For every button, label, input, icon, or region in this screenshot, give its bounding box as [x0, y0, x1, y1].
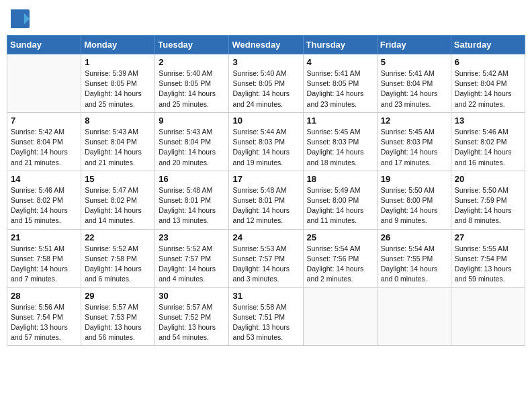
calendar-week-4: 21Sunrise: 5:51 AM Sunset: 7:58 PM Dayli… — [7, 229, 525, 287]
calendar-cell: 4Sunrise: 5:41 AM Sunset: 8:05 PM Daylig… — [303, 54, 377, 113]
calendar-cell: 26Sunrise: 5:54 AM Sunset: 7:55 PM Dayli… — [377, 229, 451, 287]
day-number: 10 — [232, 116, 299, 126]
calendar-cell — [7, 54, 81, 113]
day-number: 24 — [232, 232, 299, 242]
calendar-cell: 1Sunrise: 5:39 AM Sunset: 8:05 PM Daylig… — [81, 54, 155, 113]
day-info: Sunrise: 5:49 AM Sunset: 8:00 PM Dayligh… — [307, 185, 373, 226]
calendar-cell: 31Sunrise: 5:58 AM Sunset: 7:51 PM Dayli… — [229, 287, 303, 346]
day-number: 16 — [159, 174, 225, 184]
day-number: 5 — [381, 57, 447, 67]
calendar-cell: 16Sunrise: 5:48 AM Sunset: 8:01 PM Dayli… — [155, 171, 229, 229]
calendar-cell: 24Sunrise: 5:53 AM Sunset: 7:57 PM Dayli… — [229, 229, 303, 287]
calendar-cell — [303, 287, 377, 346]
day-number: 1 — [85, 57, 151, 67]
day-number: 23 — [159, 232, 225, 242]
calendar-cell: 3Sunrise: 5:40 AM Sunset: 8:05 PM Daylig… — [229, 54, 303, 113]
day-info: Sunrise: 5:57 AM Sunset: 7:52 PM Dayligh… — [159, 302, 225, 343]
day-number: 30 — [159, 291, 225, 301]
calendar-cell: 11Sunrise: 5:45 AM Sunset: 8:03 PM Dayli… — [303, 112, 377, 171]
day-number: 26 — [381, 232, 447, 242]
calendar-cell: 13Sunrise: 5:46 AM Sunset: 8:02 PM Dayli… — [451, 112, 525, 171]
calendar-cell: 23Sunrise: 5:52 AM Sunset: 7:57 PM Dayli… — [155, 229, 229, 287]
day-number: 20 — [455, 174, 521, 184]
calendar-cell — [377, 287, 451, 346]
day-info: Sunrise: 5:42 AM Sunset: 8:04 PM Dayligh… — [455, 68, 521, 109]
calendar-cell: 22Sunrise: 5:52 AM Sunset: 7:58 PM Dayli… — [81, 229, 155, 287]
calendar-cell: 19Sunrise: 5:50 AM Sunset: 8:00 PM Dayli… — [377, 171, 451, 229]
weekday-header-saturday: Saturday — [451, 36, 525, 54]
day-info: Sunrise: 5:41 AM Sunset: 8:04 PM Dayligh… — [381, 68, 447, 109]
svg-rect-2 — [11, 9, 24, 28]
day-number: 9 — [159, 116, 225, 126]
calendar-cell: 9Sunrise: 5:43 AM Sunset: 8:04 PM Daylig… — [155, 112, 229, 171]
day-info: Sunrise: 5:58 AM Sunset: 7:51 PM Dayligh… — [232, 302, 299, 343]
day-info: Sunrise: 5:39 AM Sunset: 8:05 PM Dayligh… — [85, 68, 151, 109]
calendar-week-1: 1Sunrise: 5:39 AM Sunset: 8:05 PM Daylig… — [7, 54, 525, 113]
day-info: Sunrise: 5:40 AM Sunset: 8:05 PM Dayligh… — [232, 68, 299, 109]
day-info: Sunrise: 5:40 AM Sunset: 8:05 PM Dayligh… — [159, 68, 225, 109]
day-number: 29 — [85, 291, 151, 301]
day-info: Sunrise: 5:50 AM Sunset: 8:00 PM Dayligh… — [381, 185, 447, 226]
day-number: 13 — [455, 116, 521, 126]
calendar-cell — [451, 287, 525, 346]
day-number: 2 — [159, 57, 225, 67]
day-info: Sunrise: 5:52 AM Sunset: 7:58 PM Dayligh… — [85, 244, 151, 285]
day-info: Sunrise: 5:53 AM Sunset: 7:57 PM Dayligh… — [232, 244, 299, 285]
logo — [11, 9, 32, 28]
calendar-cell: 28Sunrise: 5:56 AM Sunset: 7:54 PM Dayli… — [7, 287, 81, 346]
day-info: Sunrise: 5:50 AM Sunset: 7:59 PM Dayligh… — [455, 185, 521, 226]
day-number: 4 — [307, 57, 373, 67]
day-number: 18 — [307, 174, 373, 184]
day-info: Sunrise: 5:47 AM Sunset: 8:02 PM Dayligh… — [85, 185, 151, 226]
weekday-header-row: SundayMondayTuesdayWednesdayThursdayFrid… — [7, 36, 525, 54]
day-info: Sunrise: 5:51 AM Sunset: 7:58 PM Dayligh… — [11, 244, 77, 285]
calendar-cell: 29Sunrise: 5:57 AM Sunset: 7:53 PM Dayli… — [81, 287, 155, 346]
calendar-cell: 6Sunrise: 5:42 AM Sunset: 8:04 PM Daylig… — [451, 54, 525, 113]
calendar-cell: 8Sunrise: 5:43 AM Sunset: 8:04 PM Daylig… — [81, 112, 155, 171]
day-number: 14 — [11, 174, 77, 184]
calendar-cell: 21Sunrise: 5:51 AM Sunset: 7:58 PM Dayli… — [7, 229, 81, 287]
day-number: 6 — [455, 57, 521, 67]
day-number: 22 — [85, 232, 151, 242]
calendar-cell: 20Sunrise: 5:50 AM Sunset: 7:59 PM Dayli… — [451, 171, 525, 229]
calendar-cell: 25Sunrise: 5:54 AM Sunset: 7:56 PM Dayli… — [303, 229, 377, 287]
weekday-header-tuesday: Tuesday — [155, 36, 229, 54]
day-info: Sunrise: 5:46 AM Sunset: 8:02 PM Dayligh… — [455, 127, 521, 168]
calendar-cell: 5Sunrise: 5:41 AM Sunset: 8:04 PM Daylig… — [377, 54, 451, 113]
calendar-cell: 18Sunrise: 5:49 AM Sunset: 8:00 PM Dayli… — [303, 171, 377, 229]
day-info: Sunrise: 5:45 AM Sunset: 8:03 PM Dayligh… — [381, 127, 447, 168]
day-info: Sunrise: 5:41 AM Sunset: 8:05 PM Dayligh… — [307, 68, 373, 109]
calendar-table: SundayMondayTuesdayWednesdayThursdayFrid… — [7, 35, 525, 346]
day-number: 19 — [381, 174, 447, 184]
weekday-header-sunday: Sunday — [7, 36, 81, 54]
weekday-header-friday: Friday — [377, 36, 451, 54]
day-info: Sunrise: 5:54 AM Sunset: 7:56 PM Dayligh… — [307, 244, 373, 285]
day-number: 27 — [455, 232, 521, 242]
logo-icon — [11, 9, 30, 28]
calendar-cell: 15Sunrise: 5:47 AM Sunset: 8:02 PM Dayli… — [81, 171, 155, 229]
calendar-cell: 30Sunrise: 5:57 AM Sunset: 7:52 PM Dayli… — [155, 287, 229, 346]
day-number: 31 — [232, 291, 299, 301]
calendar-cell: 14Sunrise: 5:46 AM Sunset: 8:02 PM Dayli… — [7, 171, 81, 229]
calendar-week-5: 28Sunrise: 5:56 AM Sunset: 7:54 PM Dayli… — [7, 287, 525, 346]
day-info: Sunrise: 5:57 AM Sunset: 7:53 PM Dayligh… — [85, 302, 151, 343]
day-info: Sunrise: 5:55 AM Sunset: 7:54 PM Dayligh… — [455, 244, 521, 285]
day-info: Sunrise: 5:48 AM Sunset: 8:01 PM Dayligh… — [159, 185, 225, 226]
page-header — [7, 7, 525, 31]
weekday-header-wednesday: Wednesday — [229, 36, 303, 54]
calendar-week-3: 14Sunrise: 5:46 AM Sunset: 8:02 PM Dayli… — [7, 171, 525, 229]
calendar-cell: 10Sunrise: 5:44 AM Sunset: 8:03 PM Dayli… — [229, 112, 303, 171]
day-number: 7 — [11, 116, 77, 126]
day-number: 8 — [85, 116, 151, 126]
day-info: Sunrise: 5:44 AM Sunset: 8:03 PM Dayligh… — [232, 127, 299, 168]
day-info: Sunrise: 5:48 AM Sunset: 8:01 PM Dayligh… — [232, 185, 299, 226]
calendar-cell: 7Sunrise: 5:42 AM Sunset: 8:04 PM Daylig… — [7, 112, 81, 171]
calendar-week-2: 7Sunrise: 5:42 AM Sunset: 8:04 PM Daylig… — [7, 112, 525, 171]
day-number: 12 — [381, 116, 447, 126]
day-info: Sunrise: 5:52 AM Sunset: 7:57 PM Dayligh… — [159, 244, 225, 285]
calendar-cell: 17Sunrise: 5:48 AM Sunset: 8:01 PM Dayli… — [229, 171, 303, 229]
calendar-cell: 12Sunrise: 5:45 AM Sunset: 8:03 PM Dayli… — [377, 112, 451, 171]
day-info: Sunrise: 5:54 AM Sunset: 7:55 PM Dayligh… — [381, 244, 447, 285]
day-number: 17 — [232, 174, 299, 184]
day-number: 11 — [307, 116, 373, 126]
